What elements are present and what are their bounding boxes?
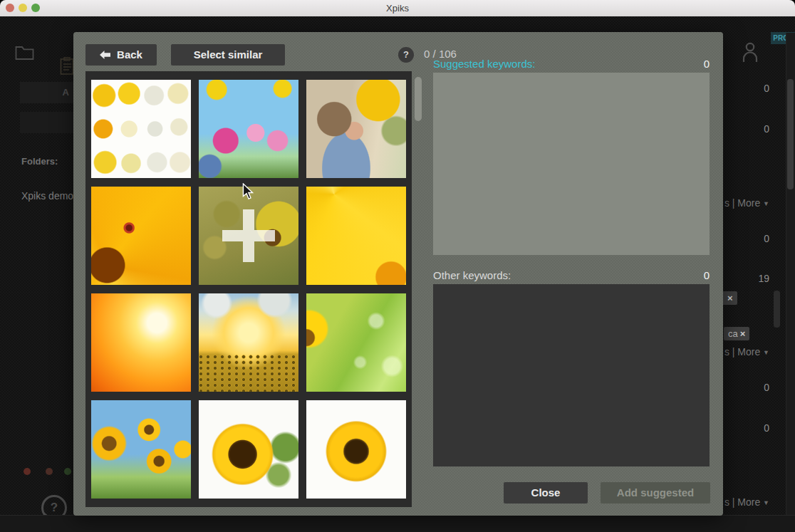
thumbnail[interactable] <box>306 80 406 178</box>
thumbnail[interactable] <box>199 293 298 392</box>
other-keywords-panel <box>433 284 710 466</box>
keyword-count: 0 <box>727 83 769 94</box>
window-scrollbar-thumb[interactable] <box>787 79 794 189</box>
other-keywords-label: Other keywords: <box>433 269 511 282</box>
keyword-count: 19 <box>727 273 769 284</box>
thumbnail[interactable] <box>199 400 298 499</box>
thumbnail[interactable] <box>91 293 191 392</box>
mouse-cursor-icon <box>242 183 254 203</box>
back-button[interactable]: Back <box>85 44 157 66</box>
select-similar-button[interactable]: Select similar <box>171 44 285 66</box>
folders-label: Folders: <box>21 156 58 167</box>
keyword-suggestion-dialog: Back Select similar 0 / 106 ? Suggested … <box>73 32 723 516</box>
keyword-chip[interactable]: × <box>721 291 737 305</box>
grid-scrollbar-thumb[interactable] <box>415 77 422 121</box>
chevron-down-icon: ▼ <box>763 200 769 207</box>
thumbnail[interactable] <box>91 80 191 178</box>
arrow-left-icon <box>100 51 110 59</box>
keyword-count: 0 <box>727 382 769 393</box>
thumbnail[interactable] <box>199 80 298 178</box>
similar-images-grid <box>85 71 412 507</box>
thumbnail[interactable] <box>91 400 191 499</box>
suggested-keywords-panel <box>433 73 710 255</box>
thumbnail[interactable] <box>306 293 406 392</box>
statusbar: Check warnings 1 modified item <box>0 515 795 532</box>
suggested-keywords-label: Suggested keywords: <box>433 58 535 71</box>
user-account-icon[interactable] <box>741 41 759 66</box>
add-plus-overlay-icon <box>222 209 275 262</box>
close-button[interactable]: Close <box>504 482 588 504</box>
chevron-down-icon: ▼ <box>763 349 769 356</box>
window-title: Xpiks <box>0 3 795 14</box>
open-folder-icon[interactable] <box>15 46 34 63</box>
remove-keyword-icon[interactable]: × <box>740 328 746 339</box>
status-dot-green <box>64 468 71 475</box>
chevron-down-icon: ▼ <box>763 499 769 506</box>
remove-keyword-icon[interactable]: × <box>727 293 733 303</box>
status-dot-red <box>24 468 31 475</box>
thumbnail[interactable] <box>306 187 406 285</box>
thumbnail[interactable] <box>306 400 406 499</box>
thumbnail[interactable] <box>91 187 191 285</box>
add-suggested-button[interactable]: Add suggested <box>601 482 710 504</box>
folder-item-xpiks-demo[interactable]: Xpiks demo <box>21 190 73 202</box>
keywords-scrollbar-thumb[interactable] <box>774 291 780 328</box>
status-dot-red-2 <box>46 468 53 475</box>
titlebar: Xpiks <box>0 0 795 17</box>
suggested-keywords-count: 0 <box>704 58 710 71</box>
keyword-chip[interactable]: ca× <box>724 327 749 340</box>
other-keywords-count: 0 <box>704 269 710 282</box>
keyword-count: 0 <box>727 422 769 434</box>
keyword-count: 0 <box>727 233 769 244</box>
sidebar-partial-button[interactable]: A <box>20 82 73 103</box>
help-icon[interactable]: ? <box>398 47 414 63</box>
sidebar-partial-button-2[interactable] <box>20 112 73 133</box>
keyword-count: 0 <box>727 123 769 135</box>
